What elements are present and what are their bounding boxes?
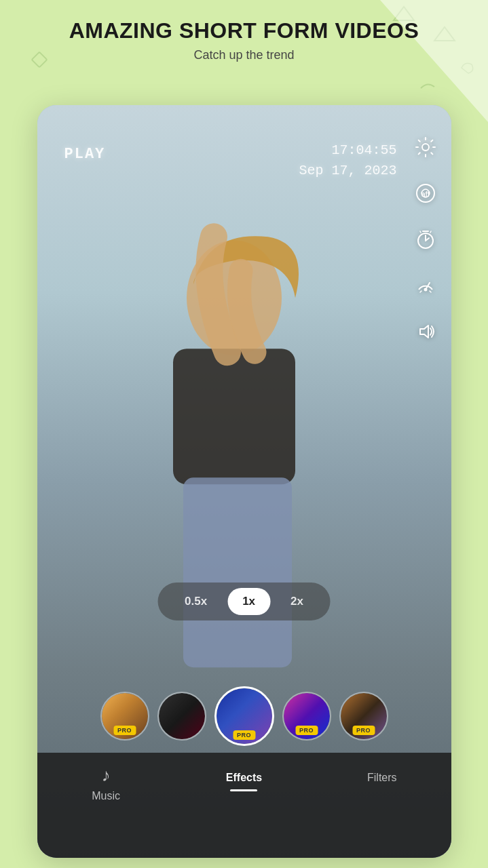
svg-rect-2 [183,477,292,667]
speed-icon[interactable] [411,271,440,300]
phone-container: PLAY 17:04:55 Sep 17, 2023 aff [37,105,451,858]
header: AMAZING SHORT FORM VIDEOS Catch up the t… [0,0,488,76]
pro-badge-5: PRO [352,726,375,735]
nav-item-effects[interactable]: ​ Effects [175,765,313,791]
pro-badge-active: PRO [233,730,255,740]
filter-thumb-5[interactable]: PRO [339,692,388,741]
svg-rect-1 [173,349,295,484]
svg-point-3 [422,144,429,151]
deco-wave-2 [421,84,434,88]
settings-icon[interactable] [411,132,440,162]
zoom-05x-button[interactable]: 0.5x [170,588,222,615]
svg-marker-8 [420,326,428,338]
page-subtitle: Catch up the trend [27,48,461,62]
pro-badge-4: PRO [295,726,318,735]
svg-text:aff: aff [421,191,430,198]
caption-icon[interactable]: aff [411,178,440,208]
svg-point-7 [424,288,427,292]
nav-filters-label: Filters [367,772,397,784]
vhs-timestamp: 17:04:55 Sep 17, 2023 [299,140,396,181]
timer-icon[interactable] [411,224,440,254]
filter-thumb-3[interactable]: PRO [214,686,274,746]
zoom-2x-button[interactable]: 2x [276,588,318,615]
nav-effects-label: Effects [226,772,262,784]
filters-row: PRO PRO PRO PRO [37,686,451,746]
video-area: PLAY 17:04:55 Sep 17, 2023 aff [37,105,451,858]
volume-icon[interactable] [411,317,440,347]
page-title: AMAZING SHORT FORM VIDEOS [27,19,461,43]
bottom-nav: ♪ Music ​ Effects ​ Filters [37,753,451,858]
nav-music-label: Music [92,790,120,802]
vhs-play-label: PLAY [64,146,106,163]
nav-item-music[interactable]: ♪ Music [37,765,175,802]
zoom-controls: 0.5x 1x 2x [157,583,331,620]
person-image [37,172,451,736]
nav-active-indicator [230,789,257,791]
filter-thumb-2[interactable] [157,692,206,741]
filter-thumb-4[interactable]: PRO [282,692,331,741]
pro-badge: PRO [113,726,136,735]
zoom-1x-button[interactable]: 1x [227,588,270,615]
nav-item-filters[interactable]: ​ Filters [313,765,451,784]
music-icon: ♪ [102,765,111,786]
filter-thumb-1[interactable]: PRO [100,692,149,741]
sidebar-icons: aff [411,132,440,347]
